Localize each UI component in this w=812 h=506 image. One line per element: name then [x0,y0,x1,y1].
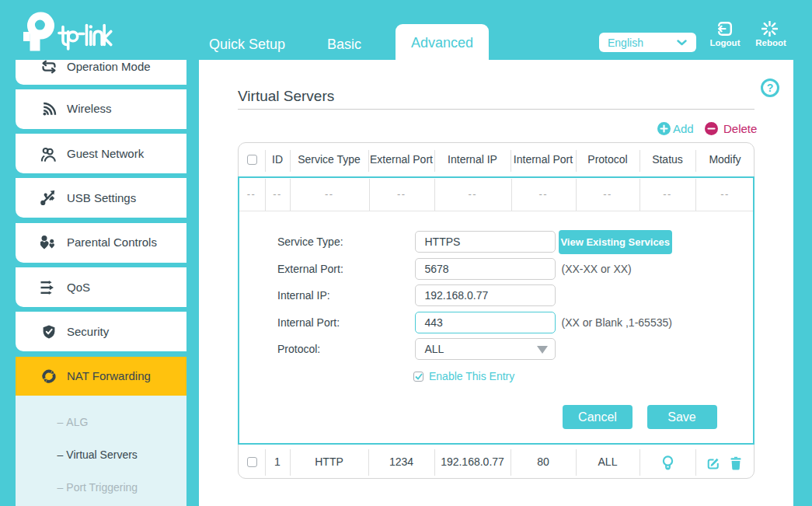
svg-text:?: ? [767,82,774,94]
